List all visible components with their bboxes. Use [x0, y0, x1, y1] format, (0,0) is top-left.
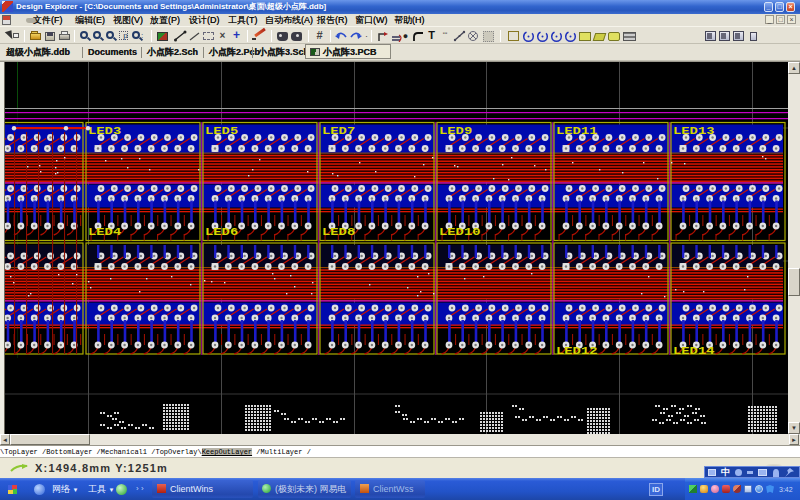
svg-text:LED14: LED14 — [673, 345, 715, 357]
svg-text:LED8: LED8 — [322, 226, 355, 238]
svg-text:LED9: LED9 — [439, 125, 472, 137]
svg-text:LED7: LED7 — [322, 125, 355, 137]
svg-text:LED11: LED11 — [556, 125, 598, 137]
svg-text:LED13: LED13 — [673, 125, 715, 137]
svg-text:LED10: LED10 — [439, 226, 481, 238]
svg-text:LED12: LED12 — [556, 345, 598, 357]
svg-text:LED4: LED4 — [88, 226, 121, 238]
svg-text:LED6: LED6 — [205, 226, 238, 238]
svg-text:LED5: LED5 — [205, 125, 238, 137]
svg-text:LED3: LED3 — [88, 125, 121, 137]
